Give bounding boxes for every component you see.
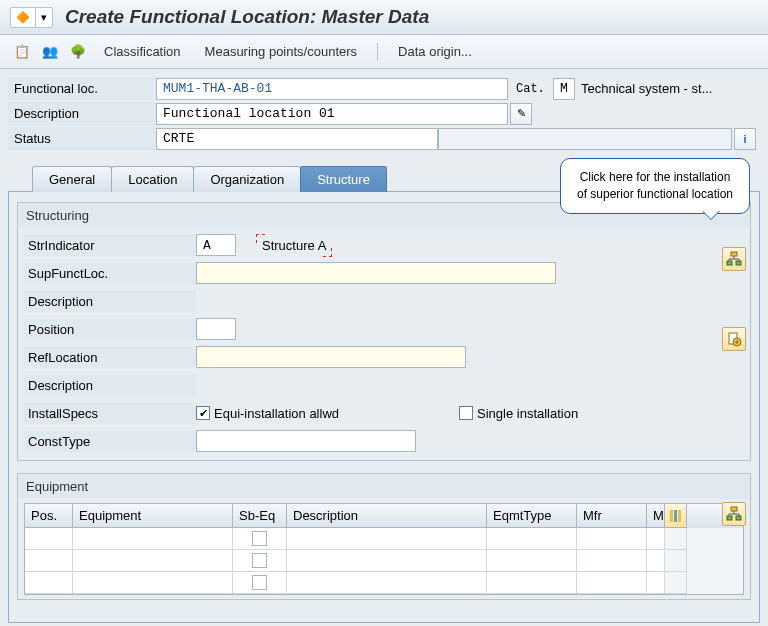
col-equipment[interactable]: Equipment: [73, 504, 233, 528]
status-label: Status: [8, 127, 156, 150]
single-install-checkbox[interactable]: [459, 406, 473, 420]
ref-location-label: RefLocation: [24, 347, 196, 368]
col-eqmttype[interactable]: EqmtType: [487, 504, 577, 528]
tab-location[interactable]: Location: [111, 166, 194, 192]
functional-loc-label: Functional loc.: [8, 77, 156, 100]
ref-location-install-icon[interactable]: [722, 327, 746, 351]
column-config-icon[interactable]: [665, 504, 687, 528]
status-value: CRTE: [156, 128, 438, 150]
col-mfr[interactable]: Mfr: [577, 504, 647, 528]
equipment-group: Equipment Pos. Equipment Sb-Eq Descripti…: [17, 473, 751, 600]
data-origin-button[interactable]: Data origin...: [388, 41, 482, 62]
mode-dropdown-icon: ▾: [35, 8, 52, 27]
structuring-group: Structuring StrIndicator Structure A S: [17, 202, 751, 461]
partners-icon[interactable]: 👥: [38, 42, 62, 61]
ref-location-input[interactable]: [196, 346, 466, 368]
sbeq-checkbox[interactable]: [252, 531, 267, 546]
hint-callout: Click here for the installation of super…: [560, 158, 750, 214]
position-label: Position: [24, 319, 196, 340]
position-input[interactable]: [196, 318, 236, 340]
other-object-icon[interactable]: 📋: [10, 42, 34, 61]
svg-rect-9: [674, 510, 677, 522]
equipment-table-header: Pos. Equipment Sb-Eq Description EqmtTyp…: [25, 504, 743, 528]
const-type-input[interactable]: [196, 430, 416, 452]
col-description[interactable]: Description: [287, 504, 487, 528]
install-equipment-icon[interactable]: [722, 502, 746, 526]
status-info-icon[interactable]: i: [734, 128, 756, 150]
tab-general[interactable]: General: [32, 166, 112, 192]
single-install-label: Single installation: [477, 406, 578, 421]
col-m[interactable]: M: [647, 504, 665, 528]
structure-tree-icon[interactable]: 🌳: [66, 42, 90, 61]
classification-button[interactable]: Classification: [94, 41, 191, 62]
tab-structure[interactable]: Structure: [300, 166, 387, 192]
table-row[interactable]: [25, 572, 743, 594]
description-label: Description: [8, 102, 156, 125]
measuring-points-button[interactable]: Measuring points/counters: [195, 41, 367, 62]
svg-rect-8: [670, 510, 673, 522]
tab-panel-structure: Structuring StrIndicator Structure A S: [8, 191, 760, 623]
install-superior-icon[interactable]: [722, 247, 746, 271]
document-add-icon: [726, 331, 742, 347]
svg-rect-10: [678, 510, 681, 522]
str-indicator-text: Structure A: [258, 236, 330, 255]
page-title: Create Functional Location: Master Data: [65, 6, 429, 28]
svg-rect-0: [731, 252, 737, 256]
hierarchy-add-icon: [726, 506, 742, 522]
equipment-table: Pos. Equipment Sb-Eq Description EqmtTyp…: [24, 503, 744, 595]
str-indicator-input[interactable]: [196, 234, 236, 256]
equi-install-label: Equi-installation allwd: [214, 406, 339, 421]
status-user-value: [438, 128, 732, 150]
app-header: 🔶 ▾ Create Functional Location: Master D…: [0, 0, 768, 35]
tab-organization[interactable]: Organization: [193, 166, 301, 192]
table-row[interactable]: [25, 550, 743, 572]
equi-install-checkbox[interactable]: ✔: [196, 406, 210, 420]
svg-rect-7: [736, 516, 741, 520]
mode-icon-a: 🔶: [11, 8, 35, 27]
table-row[interactable]: [25, 528, 743, 550]
category-input[interactable]: [553, 78, 575, 100]
toolbar: 📋 👥 🌳 Classification Measuring points/co…: [0, 35, 768, 69]
toolbar-separator: [377, 43, 378, 61]
col-sbeq[interactable]: Sb-Eq: [233, 504, 287, 528]
hierarchy-icon: [726, 251, 742, 267]
ref-desc-label: Description: [24, 375, 196, 396]
const-type-label: ConstType: [24, 431, 196, 452]
header-mode-icon[interactable]: 🔶 ▾: [10, 7, 53, 28]
functional-loc-input[interactable]: [156, 78, 508, 100]
equipment-title: Equipment: [18, 474, 750, 499]
svg-rect-6: [727, 516, 732, 520]
main-content: Functional loc. Cat. Technical system - …: [0, 69, 768, 626]
svg-rect-2: [736, 261, 741, 265]
long-text-icon[interactable]: ✎: [510, 103, 532, 125]
description-input[interactable]: [156, 103, 508, 125]
str-indicator-label: StrIndicator: [24, 235, 196, 256]
hint-callout-text: Click here for the installation of super…: [577, 170, 733, 201]
sup-desc-label: Description: [24, 291, 196, 312]
category-text: Technical system - st...: [575, 81, 712, 96]
col-pos[interactable]: Pos.: [25, 504, 73, 528]
sup-funct-loc-label: SupFunctLoc.: [24, 263, 196, 284]
svg-rect-5: [731, 507, 737, 511]
sbeq-checkbox[interactable]: [252, 553, 267, 568]
sbeq-checkbox[interactable]: [252, 575, 267, 590]
sup-funct-loc-input[interactable]: [196, 262, 556, 284]
category-label: Cat.: [508, 82, 553, 96]
install-specs-label: InstallSpecs: [24, 403, 196, 424]
svg-rect-1: [727, 261, 732, 265]
